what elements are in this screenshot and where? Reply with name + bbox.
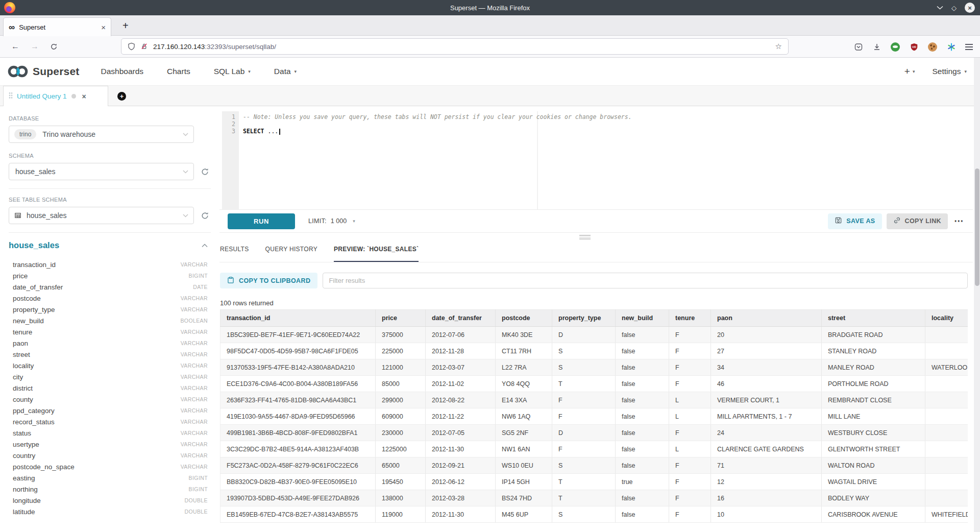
browser-tab[interactable]: ∞ Superset ×: [3, 17, 111, 36]
chevron-up-icon[interactable]: [202, 244, 208, 248]
column-list-item[interactable]: price BIGINT: [9, 270, 212, 281]
table-row[interactable]: 1B5C39ED-BE7F-41EF-9E71-9C60EED74A22 375…: [220, 327, 968, 343]
column-list-item[interactable]: postcode VARCHAR: [9, 293, 212, 304]
insecure-lock-icon[interactable]: [140, 42, 148, 51]
column-list-item[interactable]: county VARCHAR: [9, 394, 212, 405]
column-header[interactable]: locality: [925, 310, 968, 327]
column-header[interactable]: tenure: [669, 310, 711, 327]
tracking-shield-icon[interactable]: [128, 42, 135, 51]
query-tab-close-icon[interactable]: ×: [82, 92, 86, 101]
new-query-tab-button[interactable]: +: [117, 92, 126, 101]
column-list-item[interactable]: district VARCHAR: [9, 382, 212, 394]
forward-button[interactable]: →: [31, 42, 39, 51]
drag-handle-icon[interactable]: [9, 92, 13, 101]
column-list-item[interactable]: postcode_no_space VARCHAR: [9, 461, 212, 472]
tab-results[interactable]: RESULTS: [220, 243, 249, 262]
table-select[interactable]: house_sales: [9, 207, 194, 224]
column-type: DOUBLE: [184, 497, 208, 503]
new-tab-button[interactable]: +: [122, 19, 129, 32]
column-list-item[interactable]: ppd_category VARCHAR: [9, 405, 212, 416]
table-schema-name[interactable]: house_sales: [9, 240, 59, 250]
refresh-schemas-icon[interactable]: [201, 167, 209, 176]
table-row[interactable]: BB8320C9-D82B-4B37-90E0-9FEE05095E10 195…: [220, 474, 968, 490]
table-row[interactable]: 98F5DC47-0D05-4D59-95B7-98CA6F1FDE05 225…: [220, 343, 968, 359]
nav-sql-lab[interactable]: SQL Lab▾: [214, 67, 251, 76]
run-button[interactable]: RUN: [228, 213, 295, 229]
maximize-icon[interactable]: ◇: [951, 5, 957, 11]
column-list-item[interactable]: city VARCHAR: [9, 371, 212, 382]
tab-preview-house-sales[interactable]: PREVIEW: `HOUSE_SALES`: [334, 243, 419, 262]
table-row[interactable]: 193907D3-5DBD-453D-A49E-9FEE27DAB926 138…: [220, 490, 968, 506]
database-select[interactable]: trino Trino warehouse: [9, 126, 194, 143]
table-row[interactable]: 499B1981-3B6B-4BCD-808F-9FED9802BFA1 230…: [220, 425, 968, 441]
table-row[interactable]: 91370533-19F5-47FE-B142-A380A8ADA210 121…: [220, 359, 968, 376]
back-button[interactable]: ←: [11, 42, 19, 51]
table-row[interactable]: 2636F323-FF41-4765-81DB-98CAA6A43BC1 299…: [220, 392, 968, 408]
copy-to-clipboard-button[interactable]: COPY TO CLIPBOARD: [220, 273, 317, 288]
column-list-item[interactable]: date_of_transfer DATE: [9, 281, 212, 293]
superset-logo-icon[interactable]: [7, 65, 29, 78]
column-list-item[interactable]: record_status VARCHAR: [9, 416, 212, 427]
scrollbar-thumb[interactable]: [975, 168, 979, 286]
column-header[interactable]: transaction_id: [220, 310, 376, 327]
column-list-item[interactable]: easting BIGINT: [9, 472, 212, 483]
table-row[interactable]: EB1459EB-67ED-47C8-B2E7-A38143AB5575 119…: [220, 506, 968, 523]
ublock-shield-icon[interactable]: UO: [910, 42, 918, 51]
column-list-item[interactable]: longitude DOUBLE: [9, 495, 212, 506]
cookie-extension-icon[interactable]: [928, 42, 937, 52]
column-header[interactable]: street: [822, 310, 925, 327]
download-icon[interactable]: [872, 42, 881, 51]
editor-code[interactable]: -- Note: Unless you save your query, the…: [239, 111, 973, 209]
table-row[interactable]: 419E1030-9A55-4467-8DA9-9FED95D65966 609…: [220, 408, 968, 425]
column-list-item[interactable]: locality VARCHAR: [9, 360, 212, 371]
nav-data[interactable]: Data▾: [274, 67, 297, 76]
column-header[interactable]: property_type: [552, 310, 616, 327]
privacy-mask-extension-icon[interactable]: [891, 42, 900, 52]
column-list-item[interactable]: property_type VARCHAR: [9, 304, 212, 315]
table-row[interactable]: F5C273AC-0D2A-458F-8279-9C61F0C22EC6 650…: [220, 457, 968, 474]
column-list-item[interactable]: status VARCHAR: [9, 427, 212, 439]
page-scrollbar[interactable]: [974, 58, 980, 532]
url-text[interactable]: 217.160.120.143:32393/superset/sqllab/: [153, 43, 775, 51]
column-list-item[interactable]: tenure VARCHAR: [9, 326, 212, 337]
pane-resize-handle[interactable]: [579, 235, 591, 239]
window-close-icon[interactable]: ×: [965, 3, 975, 13]
column-list-item[interactable]: new_build BOOLEAN: [9, 315, 212, 326]
save-as-button[interactable]: SAVE AS: [828, 213, 881, 229]
nav-charts[interactable]: Charts: [167, 67, 190, 76]
table-row[interactable]: 3C3C29DC-B7B2-4BE5-914A-A38123AF403B 122…: [220, 441, 968, 457]
tab-query-history[interactable]: QUERY HISTORY: [265, 243, 317, 262]
hamburger-menu-icon[interactable]: [965, 44, 973, 50]
limit-dropdown[interactable]: LIMIT: 1 000 ▾: [308, 217, 355, 225]
asterisk-extension-icon[interactable]: [947, 42, 955, 51]
column-header[interactable]: paon: [711, 310, 822, 327]
reload-button[interactable]: [50, 43, 58, 51]
column-list-item[interactable]: country VARCHAR: [9, 450, 212, 461]
refresh-tables-icon[interactable]: [201, 211, 209, 220]
superset-brand-text[interactable]: Superset: [33, 65, 79, 78]
column-list-item[interactable]: usertype VARCHAR: [9, 439, 212, 450]
column-list-item[interactable]: transaction_id VARCHAR: [9, 259, 212, 270]
url-bar[interactable]: 217.160.120.143:32393/superset/sqllab/ ☆: [121, 38, 789, 55]
new-item-menu[interactable]: +▾: [904, 66, 915, 77]
column-header[interactable]: date_of_transfer: [426, 310, 496, 327]
column-list-item[interactable]: street VARCHAR: [9, 349, 212, 360]
settings-menu[interactable]: Settings▾: [932, 67, 967, 76]
bookmark-star-icon[interactable]: ☆: [775, 42, 782, 51]
column-list-item[interactable]: paon VARCHAR: [9, 337, 212, 349]
column-list-item[interactable]: latitude DOUBLE: [9, 506, 212, 517]
copy-link-button[interactable]: COPY LINK: [887, 213, 948, 229]
column-header[interactable]: price: [376, 310, 426, 327]
column-header[interactable]: postcode: [496, 310, 552, 327]
query-tab-active[interactable]: Untitled Query 1 ×: [3, 86, 108, 106]
column-header[interactable]: new_build: [616, 310, 669, 327]
column-list-item[interactable]: northing BIGINT: [9, 483, 212, 495]
nav-dashboards[interactable]: Dashboards: [101, 67, 143, 76]
tab-close-icon[interactable]: ×: [101, 23, 106, 32]
filter-results-input[interactable]: [323, 273, 968, 288]
table-row[interactable]: ECE1D376-C9A6-4C00-B004-A380B189FA56 850…: [220, 376, 968, 392]
sql-editor[interactable]: 1 2 3 -- Note: Unless you save your quer…: [222, 111, 973, 209]
schema-select[interactable]: house_sales: [9, 163, 194, 180]
minimize-icon[interactable]: [937, 6, 943, 10]
pocket-icon[interactable]: [854, 42, 863, 51]
